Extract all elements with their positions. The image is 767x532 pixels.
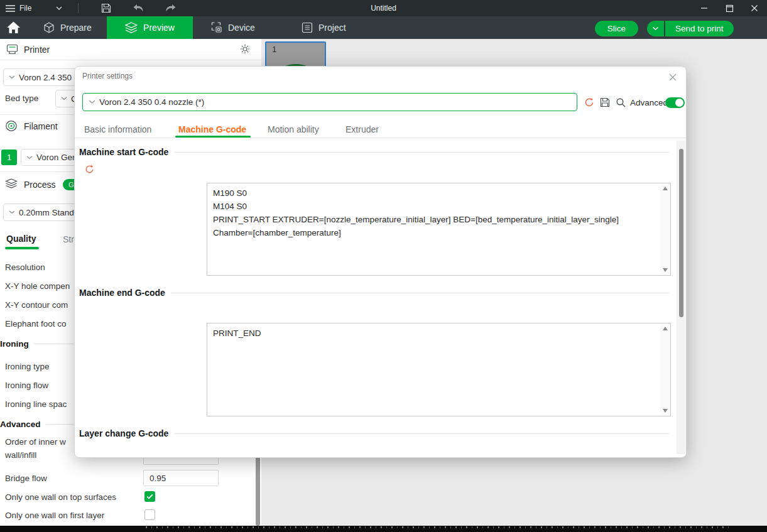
check-icon <box>146 494 153 499</box>
chevron-down-icon <box>89 100 95 104</box>
close-button[interactable] <box>742 0 767 16</box>
printer-icon <box>6 44 18 55</box>
tab-quality[interactable]: Quality <box>6 234 36 244</box>
titlebar-left: File <box>0 2 184 14</box>
scroll-down-icon[interactable] <box>663 268 668 272</box>
machine-end-gcode-header: Machine end G-code <box>79 288 669 298</box>
dialog-tab-machine-gcode[interactable]: Machine G-code <box>178 124 246 134</box>
param-elephant-foot-compensation[interactable]: Elephant foot co <box>5 319 67 328</box>
machine-end-gcode-field: PRINT_END <box>207 323 671 416</box>
only-one-wall-first-layer-checkbox[interactable] <box>144 509 155 520</box>
file-menu-label: File <box>19 4 31 13</box>
chevron-down-icon <box>26 156 33 160</box>
tab-project-label: Project <box>318 23 346 33</box>
param-only-one-wall-first-layer-label: Only one wall on first layer <box>5 511 104 520</box>
printer-section-title: Printer <box>24 45 50 55</box>
dialog-preset-value: Voron 2.4 350 0.4 nozzle (*) <box>99 97 204 107</box>
scroll-down-icon[interactable] <box>663 409 668 413</box>
param-only-one-wall-top-label: Only one wall on top surfaces <box>5 492 116 502</box>
file-menu-chevron-icon[interactable] <box>55 6 63 11</box>
tab-prepare-label: Prepare <box>60 23 92 33</box>
layer-change-gcode-title: Layer change G-code <box>79 428 168 438</box>
home-icon[interactable] <box>6 21 21 34</box>
param-order-of-inner-wall-line1[interactable]: Order of inner w <box>5 437 66 447</box>
param-order-of-inner-wall-line2[interactable]: wall/infill <box>5 450 36 460</box>
filament-section-title: Filament <box>24 121 58 131</box>
chevron-down-icon <box>9 210 15 214</box>
scroll-up-icon[interactable] <box>663 327 668 330</box>
reset-start-gcode-icon[interactable] <box>85 165 94 174</box>
machine-start-gcode-title: Machine start G-code <box>79 147 168 157</box>
param-ironing-line-spacing[interactable]: Ironing line spac <box>5 399 67 409</box>
section-rule <box>175 433 669 434</box>
advanced-section-title: Advanced <box>0 420 41 429</box>
tab-preview[interactable]: Preview <box>107 16 193 39</box>
machine-start-gcode-field: M190 S0 M104 S0 PRINT_START EXTRUDER=[no… <box>207 183 671 276</box>
send-to-print-group: Send to print <box>647 21 734 36</box>
dialog-scrollbar-track[interactable] <box>677 141 685 454</box>
machine-start-gcode-header: Machine start G-code <box>79 147 669 157</box>
quality-tab-underline <box>5 247 39 249</box>
send-options-chevron-icon[interactable] <box>647 21 664 36</box>
tab-device[interactable]: Device <box>202 16 264 39</box>
separator <box>0 60 261 60</box>
advanced-toggle[interactable] <box>665 97 685 108</box>
maximize-button[interactable] <box>717 0 742 16</box>
dialog-preset-dropdown[interactable]: Voron 2.4 350 0.4 nozzle (*) <box>82 93 577 111</box>
param-resolution[interactable]: Resolution <box>5 263 45 272</box>
process-preset-value: 0.20mm Stand <box>19 208 74 217</box>
scroll-up-icon[interactable] <box>663 187 668 190</box>
cube-icon <box>43 22 55 33</box>
list-icon <box>302 22 313 33</box>
search-icon[interactable] <box>616 97 626 108</box>
undo-icon[interactable] <box>125 3 151 14</box>
filament-slot-number: 1 <box>7 153 11 162</box>
plate-number: 1 <box>272 45 276 54</box>
file-menu[interactable]: File <box>6 4 31 13</box>
redo-icon[interactable] <box>158 3 184 14</box>
param-xy-hole-compensation[interactable]: X-Y hole compen <box>5 281 70 291</box>
layers-icon <box>125 22 138 33</box>
refresh-preset-icon[interactable] <box>584 97 594 107</box>
process-layers-icon <box>5 178 18 189</box>
ironing-section-title: Ironing <box>0 339 29 349</box>
only-one-wall-top-checkbox[interactable] <box>144 491 155 502</box>
dialog-close-icon[interactable] <box>667 72 678 83</box>
printer-settings-dialog: Printer settings Voron 2.4 350 0.4 nozzl… <box>74 66 687 458</box>
send-to-print-button[interactable]: Send to print <box>665 21 734 36</box>
dialog-tab-motion-ability[interactable]: Motion ability <box>268 124 319 134</box>
slice-button-label: Slice <box>607 24 626 33</box>
device-icon <box>211 22 222 33</box>
save-preset-icon[interactable] <box>600 97 610 107</box>
textarea-scrollbar[interactable] <box>660 324 670 415</box>
toggle-knob <box>675 99 683 107</box>
machine-start-gcode-textarea[interactable]: M190 S0 M104 S0 PRINT_START EXTRUDER=[no… <box>207 183 660 275</box>
param-xy-contour-compensation[interactable]: X-Y contour com <box>5 300 68 310</box>
hamburger-icon <box>6 5 15 12</box>
clipped-legend-text <box>146 526 729 528</box>
tab-prepare[interactable]: Prepare <box>35 16 101 39</box>
chevron-down-icon <box>61 97 67 100</box>
dialog-tab-basic-information[interactable]: Basic information <box>84 124 151 134</box>
minimize-button[interactable] <box>692 0 717 16</box>
filament-slot-badge[interactable]: 1 <box>1 149 17 165</box>
save-icon[interactable] <box>94 2 119 14</box>
machine-end-gcode-title: Machine end G-code <box>79 288 165 298</box>
bridge-flow-input[interactable] <box>143 470 219 486</box>
gear-icon[interactable] <box>240 44 250 54</box>
param-ironing-flow[interactable]: Ironing flow <box>5 381 48 390</box>
param-ironing-type[interactable]: Ironing type <box>5 362 50 371</box>
dialog-tab-extruder[interactable]: Extruder <box>345 124 379 134</box>
machine-end-gcode-textarea[interactable]: PRINT_END <box>207 323 660 416</box>
chevron-down-icon <box>9 75 15 79</box>
tabs-separator <box>75 138 686 138</box>
tab-project[interactable]: Project <box>293 16 355 39</box>
window-controls <box>692 0 767 16</box>
dialog-scrollbar-thumb[interactable] <box>679 149 683 317</box>
slice-button[interactable]: Slice <box>595 21 638 36</box>
application-window: File Untitled <box>0 0 767 532</box>
textarea-scrollbar[interactable] <box>660 184 670 274</box>
bottom-status-bar <box>0 526 767 532</box>
send-to-print-label: Send to print <box>675 24 724 33</box>
titlebar: File Untitled <box>0 0 767 16</box>
